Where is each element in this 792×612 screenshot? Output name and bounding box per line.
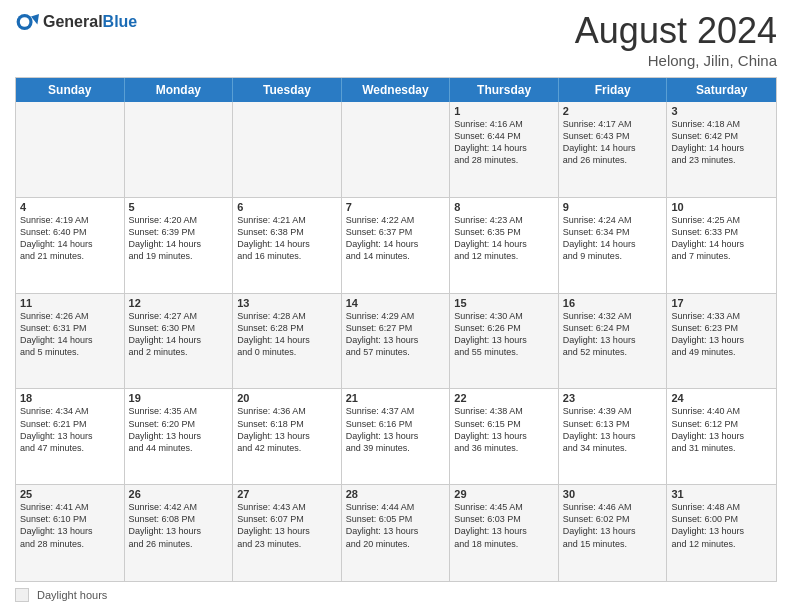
- day-number: 8: [454, 201, 554, 213]
- daylight-legend-box: [15, 588, 29, 602]
- day-info: Sunrise: 4:45 AM Sunset: 6:03 PM Dayligh…: [454, 501, 554, 550]
- day-number: 10: [671, 201, 772, 213]
- day-info: Sunrise: 4:40 AM Sunset: 6:12 PM Dayligh…: [671, 405, 772, 454]
- day-number: 19: [129, 392, 229, 404]
- calendar-cell-24: 24Sunrise: 4:40 AM Sunset: 6:12 PM Dayli…: [667, 389, 776, 484]
- day-number: 21: [346, 392, 446, 404]
- day-info: Sunrise: 4:42 AM Sunset: 6:08 PM Dayligh…: [129, 501, 229, 550]
- day-number: 20: [237, 392, 337, 404]
- calendar-cell-30: 30Sunrise: 4:46 AM Sunset: 6:02 PM Dayli…: [559, 485, 668, 581]
- day-number: 30: [563, 488, 663, 500]
- day-info: Sunrise: 4:20 AM Sunset: 6:39 PM Dayligh…: [129, 214, 229, 263]
- calendar-week-5: 25Sunrise: 4:41 AM Sunset: 6:10 PM Dayli…: [16, 485, 776, 581]
- day-number: 3: [671, 105, 772, 117]
- logo-blue-text: Blue: [103, 13, 138, 30]
- calendar-week-3: 11Sunrise: 4:26 AM Sunset: 6:31 PM Dayli…: [16, 294, 776, 390]
- day-info: Sunrise: 4:19 AM Sunset: 6:40 PM Dayligh…: [20, 214, 120, 263]
- day-info: Sunrise: 4:22 AM Sunset: 6:37 PM Dayligh…: [346, 214, 446, 263]
- calendar-week-2: 4Sunrise: 4:19 AM Sunset: 6:40 PM Daylig…: [16, 198, 776, 294]
- header-day-sunday: Sunday: [16, 78, 125, 102]
- day-info: Sunrise: 4:17 AM Sunset: 6:43 PM Dayligh…: [563, 118, 663, 167]
- day-info: Sunrise: 4:30 AM Sunset: 6:26 PM Dayligh…: [454, 310, 554, 359]
- daylight-legend-label: Daylight hours: [37, 589, 107, 601]
- day-info: Sunrise: 4:16 AM Sunset: 6:44 PM Dayligh…: [454, 118, 554, 167]
- day-info: Sunrise: 4:39 AM Sunset: 6:13 PM Dayligh…: [563, 405, 663, 454]
- calendar-cell-13: 13Sunrise: 4:28 AM Sunset: 6:28 PM Dayli…: [233, 294, 342, 389]
- calendar-cell-12: 12Sunrise: 4:27 AM Sunset: 6:30 PM Dayli…: [125, 294, 234, 389]
- calendar-cell-empty-3: [342, 102, 451, 197]
- header-day-thursday: Thursday: [450, 78, 559, 102]
- calendar-cell-1: 1Sunrise: 4:16 AM Sunset: 6:44 PM Daylig…: [450, 102, 559, 197]
- calendar-cell-14: 14Sunrise: 4:29 AM Sunset: 6:27 PM Dayli…: [342, 294, 451, 389]
- day-info: Sunrise: 4:23 AM Sunset: 6:35 PM Dayligh…: [454, 214, 554, 263]
- day-info: Sunrise: 4:48 AM Sunset: 6:00 PM Dayligh…: [671, 501, 772, 550]
- header-day-saturday: Saturday: [667, 78, 776, 102]
- title-area: August 2024 Helong, Jilin, China: [575, 10, 777, 69]
- calendar-cell-21: 21Sunrise: 4:37 AM Sunset: 6:16 PM Dayli…: [342, 389, 451, 484]
- day-number: 25: [20, 488, 120, 500]
- calendar-cell-27: 27Sunrise: 4:43 AM Sunset: 6:07 PM Dayli…: [233, 485, 342, 581]
- day-info: Sunrise: 4:25 AM Sunset: 6:33 PM Dayligh…: [671, 214, 772, 263]
- calendar-cell-31: 31Sunrise: 4:48 AM Sunset: 6:00 PM Dayli…: [667, 485, 776, 581]
- calendar-cell-25: 25Sunrise: 4:41 AM Sunset: 6:10 PM Dayli…: [16, 485, 125, 581]
- calendar-cell-19: 19Sunrise: 4:35 AM Sunset: 6:20 PM Dayli…: [125, 389, 234, 484]
- calendar-header: SundayMondayTuesdayWednesdayThursdayFrid…: [16, 78, 776, 102]
- day-info: Sunrise: 4:36 AM Sunset: 6:18 PM Dayligh…: [237, 405, 337, 454]
- day-number: 22: [454, 392, 554, 404]
- day-number: 14: [346, 297, 446, 309]
- day-number: 23: [563, 392, 663, 404]
- day-number: 13: [237, 297, 337, 309]
- day-number: 12: [129, 297, 229, 309]
- day-number: 29: [454, 488, 554, 500]
- day-info: Sunrise: 4:44 AM Sunset: 6:05 PM Dayligh…: [346, 501, 446, 550]
- calendar-cell-17: 17Sunrise: 4:33 AM Sunset: 6:23 PM Dayli…: [667, 294, 776, 389]
- calendar-week-1: 1Sunrise: 4:16 AM Sunset: 6:44 PM Daylig…: [16, 102, 776, 198]
- footer: Daylight hours: [15, 588, 777, 602]
- day-number: 1: [454, 105, 554, 117]
- day-info: Sunrise: 4:27 AM Sunset: 6:30 PM Dayligh…: [129, 310, 229, 359]
- calendar-body: 1Sunrise: 4:16 AM Sunset: 6:44 PM Daylig…: [16, 102, 776, 581]
- day-number: 15: [454, 297, 554, 309]
- day-number: 2: [563, 105, 663, 117]
- day-number: 17: [671, 297, 772, 309]
- calendar-cell-11: 11Sunrise: 4:26 AM Sunset: 6:31 PM Dayli…: [16, 294, 125, 389]
- calendar-cell-3: 3Sunrise: 4:18 AM Sunset: 6:42 PM Daylig…: [667, 102, 776, 197]
- day-number: 6: [237, 201, 337, 213]
- day-number: 28: [346, 488, 446, 500]
- day-number: 18: [20, 392, 120, 404]
- calendar-cell-empty-2: [233, 102, 342, 197]
- day-number: 31: [671, 488, 772, 500]
- calendar-week-4: 18Sunrise: 4:34 AM Sunset: 6:21 PM Dayli…: [16, 389, 776, 485]
- calendar-cell-20: 20Sunrise: 4:36 AM Sunset: 6:18 PM Dayli…: [233, 389, 342, 484]
- day-info: Sunrise: 4:33 AM Sunset: 6:23 PM Dayligh…: [671, 310, 772, 359]
- calendar-cell-empty-1: [125, 102, 234, 197]
- day-info: Sunrise: 4:41 AM Sunset: 6:10 PM Dayligh…: [20, 501, 120, 550]
- day-info: Sunrise: 4:37 AM Sunset: 6:16 PM Dayligh…: [346, 405, 446, 454]
- day-info: Sunrise: 4:21 AM Sunset: 6:38 PM Dayligh…: [237, 214, 337, 263]
- header-day-monday: Monday: [125, 78, 234, 102]
- location-subtitle: Helong, Jilin, China: [575, 52, 777, 69]
- calendar-cell-6: 6Sunrise: 4:21 AM Sunset: 6:38 PM Daylig…: [233, 198, 342, 293]
- day-info: Sunrise: 4:34 AM Sunset: 6:21 PM Dayligh…: [20, 405, 120, 454]
- calendar-cell-5: 5Sunrise: 4:20 AM Sunset: 6:39 PM Daylig…: [125, 198, 234, 293]
- day-number: 26: [129, 488, 229, 500]
- day-number: 11: [20, 297, 120, 309]
- header-day-wednesday: Wednesday: [342, 78, 451, 102]
- day-number: 7: [346, 201, 446, 213]
- calendar-cell-16: 16Sunrise: 4:32 AM Sunset: 6:24 PM Dayli…: [559, 294, 668, 389]
- day-info: Sunrise: 4:24 AM Sunset: 6:34 PM Dayligh…: [563, 214, 663, 263]
- day-info: Sunrise: 4:18 AM Sunset: 6:42 PM Dayligh…: [671, 118, 772, 167]
- calendar-cell-8: 8Sunrise: 4:23 AM Sunset: 6:35 PM Daylig…: [450, 198, 559, 293]
- logo-general-text: General: [43, 13, 103, 30]
- calendar-cell-4: 4Sunrise: 4:19 AM Sunset: 6:40 PM Daylig…: [16, 198, 125, 293]
- calendar-cell-22: 22Sunrise: 4:38 AM Sunset: 6:15 PM Dayli…: [450, 389, 559, 484]
- page: GeneralBlue August 2024 Helong, Jilin, C…: [0, 0, 792, 612]
- day-number: 16: [563, 297, 663, 309]
- calendar-cell-26: 26Sunrise: 4:42 AM Sunset: 6:08 PM Dayli…: [125, 485, 234, 581]
- calendar-cell-15: 15Sunrise: 4:30 AM Sunset: 6:26 PM Dayli…: [450, 294, 559, 389]
- svg-point-1: [20, 17, 30, 27]
- calendar-cell-9: 9Sunrise: 4:24 AM Sunset: 6:34 PM Daylig…: [559, 198, 668, 293]
- calendar-cell-23: 23Sunrise: 4:39 AM Sunset: 6:13 PM Dayli…: [559, 389, 668, 484]
- calendar-cell-10: 10Sunrise: 4:25 AM Sunset: 6:33 PM Dayli…: [667, 198, 776, 293]
- header-day-tuesday: Tuesday: [233, 78, 342, 102]
